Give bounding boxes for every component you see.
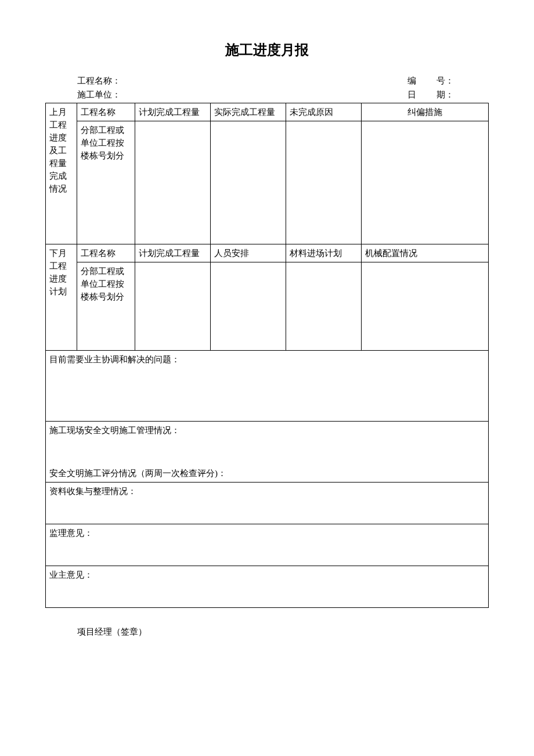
s2r2c1: 分部工程或单位工程按楼栋号划分 [77,262,135,351]
s2r1c4: 材料进场计划 [286,244,362,262]
section1-header-row: 上月工程进度及工程量完成情况 工程名称 计划完成工程量 实际完成工程量 未完成原… [46,103,489,121]
date-suffix: 期： [436,90,454,99]
s2r1c3: 人员安排 [211,244,286,262]
s2r1c5: 机械配置情况 [362,244,489,262]
s2r2c3 [211,262,286,351]
s1r1c4: 未完成原因 [286,103,362,121]
s1r2c3 [211,121,286,244]
supervisor-cell: 监理意见： [46,524,489,566]
section2-header-row: 下月工程进度计划 工程名称 计划完成工程量 人员安排 材料进场计划 机械配置情况 [46,244,489,262]
s1r2c2 [135,121,211,244]
s1r1c2: 计划完成工程量 [135,103,211,121]
s2r1c2: 计划完成工程量 [135,244,211,262]
contractor-label: 施工单位： [77,90,121,99]
section2-data-row: 分部工程或单位工程按楼栋号划分 [46,262,489,351]
data-collect-cell: 资料收集与整理情况： [46,483,489,524]
s2r2c2 [135,262,211,351]
number-suffix: 号： [436,76,454,85]
main-table: 上月工程进度及工程量完成情况 工程名称 计划完成工程量 实际完成工程量 未完成原… [45,103,489,608]
s2r2c5 [362,262,489,351]
number-label: 编 [407,74,436,88]
safety-cell: 施工现场安全文明施工管理情况： 安全文明施工评分情况（两周一次检查评分)： [46,422,489,483]
owner-opinion-cell: 业主意见： [46,566,489,608]
header-block: 工程名称： 编 号： 施工单位： 日 期： [45,74,489,102]
owner-issue-row: 目前需要业主协调和解决的问题： [46,351,489,422]
page-title: 施工进度月报 [45,41,489,59]
s1r1c5: 纠偏措施 [362,103,489,121]
supervisor-row: 监理意见： [46,524,489,566]
s1r2c1: 分部工程或单位工程按楼栋号划分 [77,121,135,244]
date-label: 日 [407,88,436,102]
project-name-label: 工程名称： [77,76,121,85]
s2r1c1: 工程名称 [77,244,135,262]
s1r1c3: 实际完成工程量 [211,103,286,121]
safety-line2: 安全文明施工评分情况（两周一次检查评分)： [49,467,485,480]
section2-side-label: 下月工程进度计划 [46,244,77,351]
data-collect-row: 资料收集与整理情况： [46,483,489,524]
safety-line1: 施工现场安全文明施工管理情况： [49,424,485,437]
s2r2c4 [286,262,362,351]
s1r2c4 [286,121,362,244]
section1-data-row: 分部工程或单位工程按楼栋号划分 [46,121,489,244]
owner-issue-cell: 目前需要业主协调和解决的问题： [46,351,489,422]
section1-side-label: 上月工程进度及工程量完成情况 [46,103,77,244]
owner-opinion-row: 业主意见： [46,566,489,608]
safety-row: 施工现场安全文明施工管理情况： 安全文明施工评分情况（两周一次检查评分)： [46,422,489,483]
sign-line: 项目经理（签章） [45,627,489,638]
s1r1c1: 工程名称 [77,103,135,121]
s1r2c5 [362,121,489,244]
